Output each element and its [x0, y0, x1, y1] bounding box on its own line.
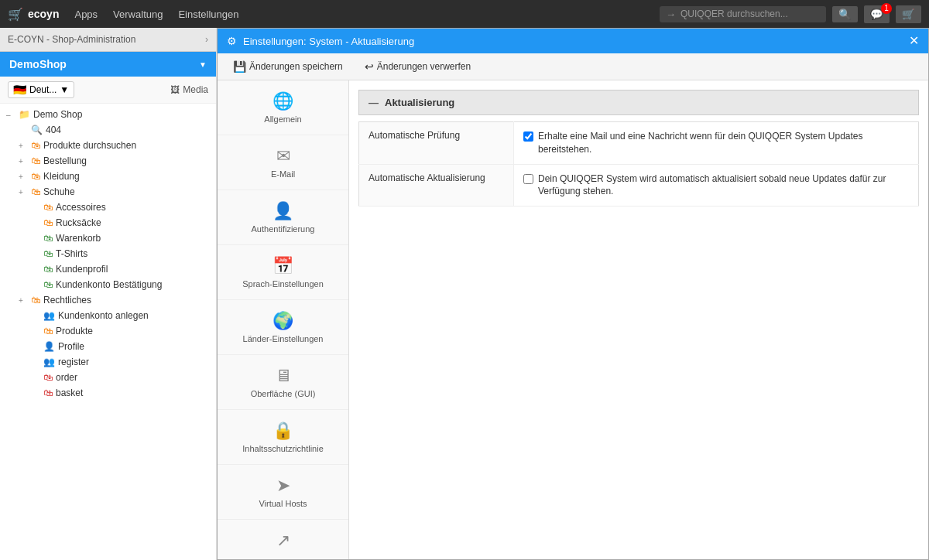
discard-button[interactable]: ↩ Änderungen verwerfen	[358, 58, 477, 75]
dialog-title-text: Einstellungen: System - Aktualisierung	[243, 36, 414, 47]
tree-expand-produkte: +	[19, 142, 28, 150]
media-button[interactable]: 🖼 Media	[170, 84, 208, 95]
settings-nav-laender[interactable]: 🌍 Länder-Einstellungen	[218, 300, 348, 355]
tree-item-404[interactable]: 🔍 404	[0, 122, 216, 138]
settings-nav-sprach[interactable]: 📅 Sprach-Einstellungen	[218, 245, 348, 300]
tree-item-produkte[interactable]: + 🛍 Produkte durchsuchen	[0, 138, 216, 153]
settings-nav-icon-laender: 🌍	[273, 311, 293, 331]
admin-label: E-COYN - Shop-Administration	[8, 34, 135, 45]
tree-expand-kleidung: +	[19, 172, 28, 181]
settings-nav-label-allgemein: Allgemein	[264, 114, 301, 124]
tree-label-404: 404	[46, 125, 61, 135]
cart-logo-icon: 🛒	[8, 7, 23, 22]
search-button[interactable]: 🔍	[832, 6, 858, 22]
language-selector[interactable]: 🇩🇪 Deut... ▼	[8, 81, 74, 98]
tree-label-rucksaecke: Rucksäcke	[56, 217, 101, 228]
media-icon: 🖼	[170, 84, 180, 95]
tree-item-rechtliches[interactable]: + 🛍 Rechtliches	[0, 292, 216, 308]
tree-icon-demoshop: 📁	[19, 109, 30, 120]
tree-label-rechtliches: Rechtliches	[43, 295, 91, 306]
settings-row-0: Automatische Prüfung Erhalte eine Mail u…	[359, 122, 919, 165]
tree-item-kundenprofil[interactable]: 🛍 Kundenprofil	[0, 261, 216, 277]
tree-item-profile[interactable]: 👤 Profile	[0, 339, 216, 354]
search-arrow-icon: →	[666, 9, 676, 20]
tree-item-kundenkonto[interactable]: 🛍 Kundenkonto Bestätigung	[0, 277, 216, 292]
tree-item-register[interactable]: 👥 register	[0, 354, 216, 370]
settings-nav-more[interactable]: ↗	[218, 520, 348, 559]
tree-item-accessoires[interactable]: 🛍 Accessoires	[0, 200, 216, 215]
logo: 🛒 ecoyn	[8, 7, 59, 22]
tree-item-basket[interactable]: 🛍 basket	[0, 385, 216, 401]
settings-row-label-0: Automatische Prüfung	[359, 122, 514, 165]
tree-icon-kundenkonto-anlegen: 👥	[43, 310, 55, 321]
tree-icon-accessoires: 🛍	[43, 202, 53, 213]
discard-icon: ↩	[365, 60, 374, 73]
tree-item-produkte2[interactable]: 🛍 Produkte	[0, 323, 216, 339]
settings-checkbox-text-0: Erhalte eine Mail und eine Nachricht wen…	[538, 130, 909, 156]
tree-item-kundenkonto-anlegen[interactable]: 👥 Kundenkonto anlegen	[0, 308, 216, 323]
tree-item-bestellung[interactable]: + 🛍 Bestellung	[0, 153, 216, 169]
tree-label-basket: basket	[56, 388, 83, 398]
save-icon: 💾	[233, 60, 246, 73]
tree-label-register: register	[58, 357, 89, 367]
dialog-close-button[interactable]: ✕	[909, 35, 919, 47]
site-tree: – 📁 Demo Shop 🔍 404 + 🛍 Produkte durchsu…	[0, 104, 216, 560]
dialog-header: ⚙ Einstellungen: System - Aktualisierung…	[218, 29, 928, 53]
settings-nav-inhalt[interactable]: 🔒 Inhaltsschutzrichtlinie	[218, 410, 348, 465]
tree-item-tshirts[interactable]: 🛍 T-Shirts	[0, 246, 216, 261]
tree-item-kleidung[interactable]: + 🛍 Kleidung	[0, 169, 216, 184]
settings-row-value-0: Erhalte eine Mail und eine Nachricht wen…	[514, 122, 919, 165]
nav-verwaltung[interactable]: Verwaltung	[113, 9, 163, 20]
tree-icon-404: 🔍	[31, 125, 43, 135]
tree-item-rucksaecke[interactable]: 🛍 Rucksäcke	[0, 215, 216, 230]
tree-item-schuhe[interactable]: + 🛍 Schuhe	[0, 184, 216, 200]
tree-label-kundenkonto: Kundenkonto Bestätigung	[56, 279, 162, 290]
tree-icon-bestellung: 🛍	[31, 155, 40, 166]
tree-label-order: order	[56, 372, 77, 383]
tree-label-accessoires: Accessoires	[56, 202, 106, 213]
tree-item-warenkorb[interactable]: 🛍 Warenkorb	[0, 230, 216, 246]
collapse-icon: —	[369, 97, 379, 108]
settings-nav-virtual[interactable]: ➤ Virtual Hosts	[218, 465, 348, 520]
save-button[interactable]: 💾 Änderungen speichern	[227, 58, 349, 75]
tree-label-demoshop: Demo Shop	[33, 109, 82, 120]
settings-nav-oberflaeche[interactable]: 🖥 Oberfläche (GUI)	[218, 355, 348, 410]
section-header: — Aktualisierung	[358, 90, 919, 115]
lang-chevron-icon: ▼	[60, 84, 69, 95]
settings-nav-auth[interactable]: 👤 Authentifizierung	[218, 190, 348, 245]
settings-checkbox-0[interactable]	[523, 131, 533, 142]
settings-nav-icon-virtual: ➤	[276, 476, 290, 496]
shop-selector[interactable]: DemoShop ▼	[0, 52, 216, 77]
section-title: Aktualisierung	[385, 97, 454, 108]
settings-dialog: ⚙ Einstellungen: System - Aktualisierung…	[217, 28, 929, 560]
settings-nav-icon-allgemein: 🌐	[273, 91, 293, 111]
tree-label-kleidung: Kleidung	[43, 171, 80, 182]
logo-text: ecoyn	[28, 8, 59, 20]
nav-apps[interactable]: Apps	[74, 9, 98, 20]
top-nav-links: Apps Verwaltung Einstellungen	[74, 9, 238, 20]
main-content: ⚙ Einstellungen: System - Aktualisierung…	[217, 28, 929, 560]
tree-item-order[interactable]: 🛍 order	[0, 370, 216, 385]
settings-nav-label-laender: Länder-Einstellungen	[243, 334, 324, 343]
settings-navigation: 🌐 Allgemein ✉ E-Mail 👤 Authentifizierung…	[218, 80, 349, 559]
settings-nav-email[interactable]: ✉ E-Mail	[218, 135, 348, 190]
save-label: Änderungen speichern	[249, 61, 343, 72]
settings-nav-allgemein[interactable]: 🌐 Allgemein	[218, 80, 348, 135]
search-input[interactable]	[680, 9, 820, 19]
tree-icon-produkte2: 🛍	[43, 326, 53, 336]
tree-expand-schuhe: +	[19, 188, 28, 196]
top-nav-right: → 🔍 💬 1 🛒	[660, 5, 921, 23]
tree-icon-basket: 🛍	[43, 388, 53, 398]
shop-chevron-icon: ▼	[199, 60, 207, 69]
tree-item-demoshop[interactable]: – 📁 Demo Shop	[0, 107, 216, 122]
settings-content-area: — Aktualisierung Automatische Prüfung Er…	[349, 80, 928, 559]
tree-icon-profile: 👤	[43, 341, 55, 352]
settings-nav-label-email: E-Mail	[271, 169, 295, 179]
nav-einstellungen[interactable]: Einstellungen	[178, 9, 238, 20]
notifications-button[interactable]: 💬 1	[864, 5, 890, 23]
top-navigation: 🛒 ecoyn Apps Verwaltung Einstellungen → …	[0, 0, 929, 28]
cart-button[interactable]: 🛒	[896, 5, 921, 23]
lang-media-bar: 🇩🇪 Deut... ▼ 🖼 Media	[0, 77, 216, 104]
sidebar: E-COYN - Shop-Administration › DemoShop …	[0, 28, 217, 560]
settings-checkbox-1[interactable]	[523, 174, 533, 184]
